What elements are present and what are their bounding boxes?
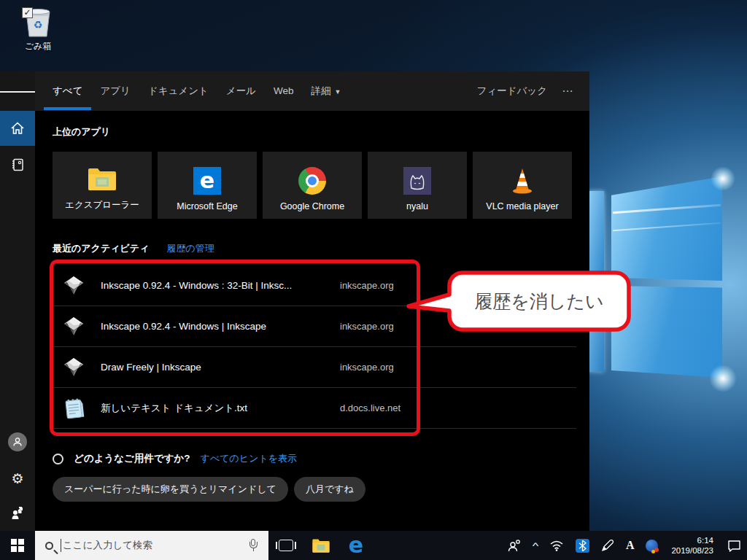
ime-mode-button[interactable]: A	[620, 531, 640, 560]
notepad-icon	[61, 396, 86, 421]
taskbar-search-input[interactable]: ここに入力して検索	[35, 531, 268, 560]
task-view-icon	[279, 540, 293, 551]
account-button[interactable]	[0, 424, 35, 459]
network-button[interactable]	[543, 531, 570, 560]
file-explorer-button[interactable]	[303, 531, 338, 560]
edge-button[interactable]: e	[338, 531, 374, 560]
app-tile-vlc[interactable]: VLC media player	[473, 152, 572, 219]
app-tile-edge[interactable]: e Microsoft Edge	[158, 152, 257, 219]
microphone-icon[interactable]	[248, 539, 258, 552]
tab-documents[interactable]: ドキュメント	[139, 71, 217, 111]
clock-time: 6:14	[671, 535, 713, 545]
start-button[interactable]	[0, 531, 35, 560]
pen-button[interactable]	[595, 531, 620, 560]
gear-icon: ⚙	[11, 470, 23, 486]
search-tabs-bar: すべて アプリ ドキュメント メール Web 詳細▼ フィードバック …	[35, 71, 589, 111]
folder-icon	[311, 537, 330, 553]
system-tray: ^	[501, 531, 747, 560]
logo-glint	[709, 365, 737, 392]
recycle-bin[interactable]: ✓ ♻ ごみ箱	[16, 4, 60, 52]
notebook-icon	[10, 158, 25, 172]
manage-history-link[interactable]: 履歴の管理	[166, 242, 214, 255]
clock[interactable]: 6:14 2019/08/23	[664, 531, 721, 560]
chrome-icon	[298, 166, 326, 195]
overflow-menu-button[interactable]: …	[556, 82, 578, 101]
inkscape-icon	[61, 314, 86, 339]
person-arrow-icon	[10, 506, 25, 521]
recycle-bin-checkbox[interactable]: ✓	[22, 7, 33, 18]
top-apps-row: エクスプローラー e Microsoft Edge	[53, 152, 572, 219]
app-tile-label: エクスプローラー	[65, 199, 139, 211]
edge-icon: e	[193, 166, 221, 195]
clock-date: 2019/08/23	[671, 545, 713, 556]
recent-item-title: Inkscape 0.92.4 - Windows | Inkscape	[101, 321, 320, 332]
action-center-button[interactable]	[721, 531, 747, 560]
recent-item-domain: inkscape.org	[340, 280, 394, 291]
taskbar: ここに入力して検索 e ^	[0, 531, 747, 560]
people-icon	[507, 539, 522, 552]
chevron-down-icon: ▼	[334, 88, 341, 96]
app-tile-label: nyalu	[406, 201, 428, 211]
recent-item-title: 新しいテキスト ドキュメント.txt	[101, 402, 320, 415]
annotation-callout: 履歴を消したい	[403, 268, 636, 335]
task-view-button[interactable]	[268, 531, 303, 560]
suggestion-chip-2[interactable]: 八月ですね	[294, 477, 365, 502]
assistant-prompt: どのようなご用件ですか?	[74, 452, 190, 465]
edge-icon: e	[349, 534, 363, 556]
recent-item-domain: inkscape.org	[340, 362, 394, 373]
tab-apps[interactable]: アプリ	[91, 71, 139, 111]
recycle-bin-label: ごみ箱	[16, 40, 60, 52]
tab-mail[interactable]: メール	[217, 71, 265, 111]
show-hidden-icons-button[interactable]: ^	[527, 531, 543, 560]
logo-glint	[711, 166, 735, 191]
recent-item-domain: d.docs.live.net	[340, 402, 400, 413]
search-placeholder: ここに入力して検索	[63, 539, 248, 552]
chevron-up-icon: ^	[533, 540, 539, 551]
inkscape-icon	[61, 273, 86, 298]
top-apps-title: 上位のアプリ	[53, 125, 110, 139]
recent-item-title: Draw Freely | Inkscape	[101, 362, 320, 373]
home-button[interactable]	[0, 111, 35, 146]
explorer-folder-icon	[87, 164, 117, 193]
bluetooth-button[interactable]	[570, 531, 595, 560]
tab-all[interactable]: すべて	[44, 71, 91, 111]
recent-title: 最近のアクティビティ	[53, 242, 149, 255]
bluetooth-icon	[576, 539, 589, 553]
person-icon	[12, 436, 23, 448]
show-all-hints-link[interactable]: すべてのヒントを表示	[201, 452, 297, 465]
feedback-share-button[interactable]	[0, 496, 35, 531]
cat-icon	[403, 166, 431, 195]
app-tile-explorer[interactable]: エクスプローラー	[53, 152, 152, 219]
cortana-ring-icon	[53, 454, 63, 464]
desktop: ✓ ♻ ごみ箱	[0, 0, 747, 560]
recent-item-3[interactable]: Draw Freely | Inkscape inkscape.org	[53, 347, 576, 388]
vlc-cone-icon	[510, 166, 535, 195]
blue-sphere-icon	[646, 540, 658, 552]
people-button[interactable]	[501, 531, 527, 560]
windows-logo-icon	[11, 539, 24, 552]
settings-button[interactable]: ⚙	[0, 461, 35, 496]
search-icon	[45, 542, 53, 550]
wifi-icon	[549, 540, 564, 551]
ime-mode-icon: A	[626, 539, 635, 552]
feedback-link[interactable]: フィードバック	[468, 85, 556, 98]
tab-web[interactable]: Web	[265, 71, 303, 111]
menu-button[interactable]	[0, 74, 35, 109]
app-tray-button[interactable]	[640, 531, 664, 560]
suggestion-chip-1[interactable]: スーパーに行った時に卵を買うとリマインドして	[53, 477, 288, 502]
svg-text:♻: ♻	[34, 19, 43, 31]
pen-icon	[601, 539, 614, 552]
recent-item-4[interactable]: 新しいテキスト ドキュメント.txt d.docs.live.net	[53, 388, 576, 429]
callout-text: 履歴を消したい	[474, 291, 603, 311]
app-tile-label: Google Chrome	[280, 201, 344, 211]
avatar	[8, 432, 27, 451]
logo-pane-left-top	[588, 191, 604, 280]
notebook-button[interactable]	[0, 147, 35, 182]
tab-more[interactable]: 詳細▼	[302, 71, 349, 111]
app-tile-chrome[interactable]: Google Chrome	[263, 152, 362, 219]
inkscape-icon	[61, 355, 86, 380]
app-tile-label: VLC media player	[486, 201, 558, 211]
app-tile-nyalu[interactable]: nyalu	[368, 152, 467, 219]
text-caret	[61, 539, 61, 552]
recent-item-title: Inkscape 0.92.4 - Windows : 32-Bit | Ink…	[101, 280, 320, 291]
